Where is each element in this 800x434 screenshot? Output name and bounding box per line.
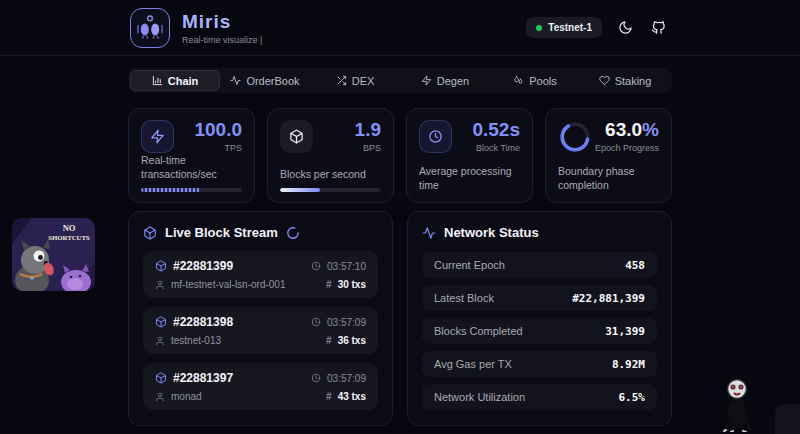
block-cube-icon: [155, 316, 167, 328]
progress-ring: [558, 120, 592, 154]
tab-label: Chain: [168, 75, 199, 87]
stat-card-epoch-progress: 63.0% Epoch Progress Boundary phase comp…: [545, 108, 672, 203]
status-value: 6.5%: [619, 391, 646, 404]
moon-icon: [618, 20, 633, 35]
stat-cards: 100.0 TPS Real-time transactions/sec 1.9: [128, 108, 672, 201]
app-header: Miris Real-time visualize | Testnet-1: [0, 0, 800, 56]
status-value: 31,399: [605, 325, 645, 338]
tps-progress-track: [141, 188, 242, 192]
github-link-button[interactable]: [649, 18, 668, 37]
status-value: 458: [625, 259, 645, 272]
tps-desc: Real-time transactions/sec: [141, 153, 242, 181]
zap-icon: [421, 75, 432, 86]
tab-pools[interactable]: Pools: [490, 70, 580, 91]
block-list-item[interactable]: #22881397 03:57:09 monad: [143, 363, 378, 410]
heart-icon: [599, 75, 610, 86]
status-label: Blocks Completed: [434, 325, 523, 337]
tab-label: Staking: [615, 75, 652, 87]
shuffle-icon: [336, 75, 347, 86]
block-cube-icon: [155, 372, 167, 384]
block-cube-icon: [155, 260, 167, 272]
stat-card-block-time: 0.52s Block Time Average processing time: [406, 108, 533, 203]
bar-chart-icon: [152, 75, 163, 86]
loader-icon: [286, 226, 300, 240]
block-number: #22881399: [173, 259, 233, 273]
block-list-item[interactable]: #22881398 03:57:09 testnet-013: [143, 307, 378, 354]
github-icon: [651, 20, 666, 35]
tab-dex[interactable]: DEX: [310, 70, 400, 91]
epoch-progress-suffix: %: [642, 119, 659, 140]
corner-card-partial: [775, 404, 800, 434]
block-stream-title: Live Block Stream: [165, 225, 278, 240]
block-time: 03:57:09: [327, 317, 366, 328]
tab-chain[interactable]: Chain: [130, 70, 220, 91]
block-validator: mf-testnet-val-lsn-ord-001: [171, 279, 285, 290]
network-status-panel: Network Status Current Epoch 458 Latest …: [407, 211, 672, 426]
tab-staking[interactable]: Staking: [580, 70, 670, 91]
bps-value: 1.9: [355, 120, 381, 139]
no-shortcuts-sticker: NO SHORTCUTS: [12, 218, 95, 291]
clock-icon: [311, 261, 321, 271]
status-value: 8.92M: [612, 358, 645, 371]
block-txs: 36 txs: [338, 335, 366, 346]
clock-icon: [311, 373, 321, 383]
droplets-icon: [513, 75, 524, 86]
brand-text: Miris Real-time visualize |: [182, 11, 262, 45]
block-time-unit: Block Time: [472, 143, 520, 153]
block-time: 03:57:09: [327, 373, 366, 384]
status-value: #22,881,399: [572, 292, 645, 305]
bps-progress-track: [280, 188, 381, 192]
package-icon: [280, 120, 313, 153]
view-tabbar: Chain OrderBook DEX Degen Pools Staking: [128, 68, 672, 93]
status-row-current-epoch: Current Epoch 458: [422, 252, 657, 278]
network-status-title: Network Status: [444, 225, 539, 240]
app-window: Miris Real-time visualize | Testnet-1 Ch…: [0, 0, 800, 434]
epoch-progress-desc: Boundary phase completion: [558, 164, 659, 192]
tab-label: Degen: [437, 75, 469, 87]
user-icon: [155, 336, 165, 346]
network-badge[interactable]: Testnet-1: [526, 17, 602, 38]
theme-toggle-button[interactable]: [616, 18, 635, 37]
tab-label: Pools: [529, 75, 557, 87]
clock-icon: [419, 120, 452, 153]
status-dot: [536, 25, 542, 31]
network-badge-label: Testnet-1: [548, 22, 592, 33]
app-logo-icon: [130, 8, 170, 48]
activity-icon: [230, 75, 241, 86]
status-label: Avg Gas per TX: [434, 358, 512, 370]
brand: Miris Real-time visualize |: [130, 8, 262, 48]
block-list-item[interactable]: #22881399 03:57:10 mf-testnet-val-lsn-or…: [143, 251, 378, 298]
package-icon: [143, 226, 157, 240]
activity-icon: [422, 226, 436, 240]
status-row-avg-gas: Avg Gas per TX 8.92M: [422, 351, 657, 377]
status-row-blocks-completed: Blocks Completed 31,399: [422, 318, 657, 344]
hash-icon: #: [326, 335, 332, 346]
clock-icon: [311, 317, 321, 327]
status-label: Latest Block: [434, 292, 494, 304]
block-txs: 43 txs: [338, 391, 366, 402]
block-time-value: 0.52s: [472, 120, 520, 139]
block-txs: 30 txs: [338, 279, 366, 290]
tab-orderbook[interactable]: OrderBook: [220, 70, 310, 91]
hash-icon: #: [326, 279, 332, 290]
status-label: Network Utilization: [434, 391, 525, 403]
block-validator: testnet-013: [171, 335, 221, 346]
meme-text-no: NO: [63, 223, 76, 233]
stat-card-bps: 1.9 BPS Blocks per second: [267, 108, 394, 203]
block-validator: monad: [171, 391, 202, 402]
bps-progress-fill: [280, 188, 320, 192]
status-row-network-utilization: Network Utilization 6.5%: [422, 384, 657, 410]
epoch-progress-value: 63.0: [605, 119, 642, 140]
page-title: Miris: [182, 11, 262, 33]
tab-label: OrderBook: [246, 75, 299, 87]
block-list: #22881399 03:57:10 mf-testnet-val-lsn-or…: [143, 251, 378, 410]
stat-card-tps: 100.0 TPS Real-time transactions/sec: [128, 108, 255, 203]
tab-degen[interactable]: Degen: [400, 70, 490, 91]
block-number: #22881397: [173, 371, 233, 385]
zap-icon: [141, 120, 174, 153]
block-time-desc: Average processing time: [419, 164, 520, 192]
tab-label: DEX: [352, 75, 375, 87]
tps-progress-fill: [141, 188, 200, 192]
bps-desc: Blocks per second: [280, 167, 381, 181]
hash-icon: #: [326, 391, 332, 402]
